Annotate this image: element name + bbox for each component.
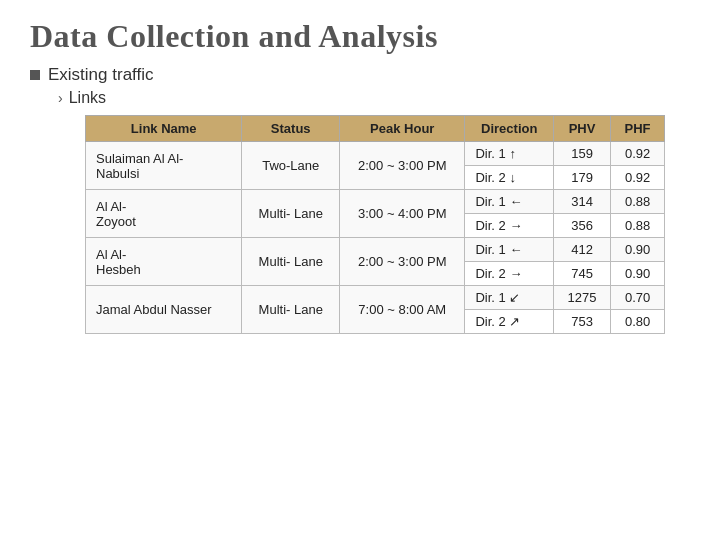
table-row: Al Al-ZoyootMulti- Lane3:00 ~ 4:00 PMDir… (86, 190, 665, 214)
cell-phf: 0.88 (611, 214, 665, 238)
cell-phf: 0.92 (611, 166, 665, 190)
header-peak-hour: Peak Hour (340, 116, 465, 142)
cell-phv: 356 (554, 214, 611, 238)
cell-direction: Dir. 2 ↓ (465, 166, 554, 190)
table-row: Jamal Abdul NasserMulti- Lane7:00 ~ 8:00… (86, 286, 665, 310)
bullet-square-icon (30, 70, 40, 80)
cell-phf: 0.80 (611, 310, 665, 334)
header-phv: PHV (554, 116, 611, 142)
bullet-main-label: Existing traffic (30, 65, 690, 85)
sub-section-label: Links (69, 89, 106, 107)
cell-link-name: Sulaiman Al Al-Nabulsi (86, 142, 242, 190)
cell-direction: Dir. 2 → (465, 214, 554, 238)
cell-phv: 159 (554, 142, 611, 166)
cell-status: Multi- Lane (242, 190, 340, 238)
cell-direction: Dir. 1 ↑ (465, 142, 554, 166)
cell-link-name: Jamal Abdul Nasser (86, 286, 242, 334)
links-table-container: Link Name Status Peak Hour Direction PHV… (85, 115, 690, 334)
cell-phf: 0.90 (611, 262, 665, 286)
table-row: Al Al-HesbehMulti- Lane2:00 ~ 3:00 PMDir… (86, 238, 665, 262)
cell-phv: 1275 (554, 286, 611, 310)
links-table: Link Name Status Peak Hour Direction PHV… (85, 115, 665, 334)
cell-phv: 179 (554, 166, 611, 190)
cell-status: Two-Lane (242, 142, 340, 190)
cell-peak-hour: 3:00 ~ 4:00 PM (340, 190, 465, 238)
header-phf: PHF (611, 116, 665, 142)
cell-phf: 0.92 (611, 142, 665, 166)
cell-phv: 745 (554, 262, 611, 286)
cell-status: Multi- Lane (242, 286, 340, 334)
cell-direction: Dir. 1 ← (465, 190, 554, 214)
table-header-row: Link Name Status Peak Hour Direction PHV… (86, 116, 665, 142)
cell-direction: Dir. 2 → (465, 262, 554, 286)
cell-phf: 0.70 (611, 286, 665, 310)
header-direction: Direction (465, 116, 554, 142)
cell-phv: 314 (554, 190, 611, 214)
cell-peak-hour: 2:00 ~ 3:00 PM (340, 142, 465, 190)
cell-phf: 0.88 (611, 190, 665, 214)
cell-status: Multi- Lane (242, 238, 340, 286)
cell-peak-hour: 2:00 ~ 3:00 PM (340, 238, 465, 286)
page-title: Data Collection and Analysis (30, 18, 690, 55)
section-existing-traffic: Existing traffic › Links (30, 65, 690, 107)
cell-phv: 753 (554, 310, 611, 334)
cell-peak-hour: 7:00 ~ 8:00 AM (340, 286, 465, 334)
header-status: Status (242, 116, 340, 142)
page: Data Collection and Analysis Existing tr… (0, 0, 720, 540)
table-body: Sulaiman Al Al-NabulsiTwo-Lane2:00 ~ 3:0… (86, 142, 665, 334)
cell-link-name: Al Al-Hesbeh (86, 238, 242, 286)
cell-direction: Dir. 2 ↗ (465, 310, 554, 334)
bullet-sub-links: › Links (58, 89, 690, 107)
cell-direction: Dir. 1 ↙ (465, 286, 554, 310)
table-row: Sulaiman Al Al-NabulsiTwo-Lane2:00 ~ 3:0… (86, 142, 665, 166)
cell-link-name: Al Al-Zoyoot (86, 190, 242, 238)
cell-phv: 412 (554, 238, 611, 262)
header-link-name: Link Name (86, 116, 242, 142)
cell-phf: 0.90 (611, 238, 665, 262)
main-section-label: Existing traffic (48, 65, 154, 85)
sub-arrow-icon: › (58, 90, 63, 106)
cell-direction: Dir. 1 ← (465, 238, 554, 262)
